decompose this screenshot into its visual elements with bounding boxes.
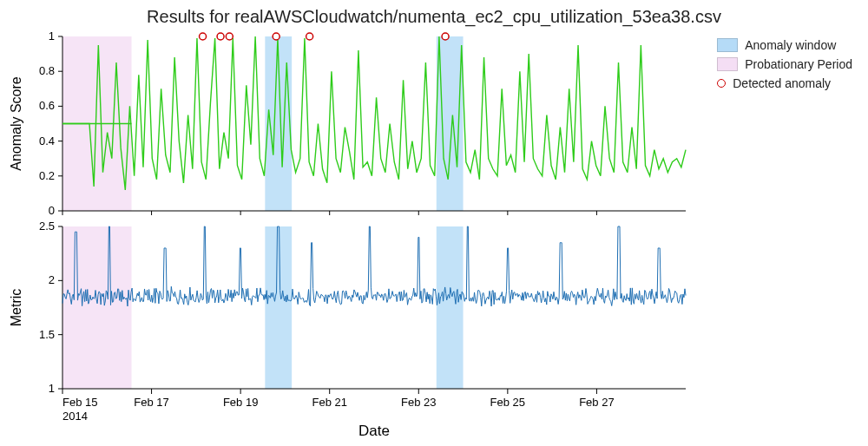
svg-text:0: 0 (49, 204, 55, 217)
svg-point-33 (200, 33, 207, 40)
svg-text:0.6: 0.6 (39, 99, 55, 112)
legend-label: Probationary Period (745, 57, 852, 71)
svg-point-34 (217, 33, 224, 40)
svg-text:0.2: 0.2 (39, 169, 55, 182)
legend: Anomaly window Probationary Period Detec… (717, 38, 852, 95)
svg-text:Feb 23: Feb 23 (401, 396, 436, 409)
svg-point-37 (306, 33, 313, 40)
svg-text:1: 1 (49, 30, 55, 43)
svg-text:Feb 27: Feb 27 (579, 396, 614, 409)
svg-text:Feb 21: Feb 21 (312, 396, 346, 409)
svg-text:Feb 15: Feb 15 (62, 396, 97, 409)
chart-figure: Results for realAWSCloudwatch/numenta_ec… (0, 0, 868, 446)
svg-text:Metric: Metric (9, 289, 23, 327)
svg-text:2.5: 2.5 (39, 220, 55, 233)
svg-rect-20 (437, 226, 464, 389)
legend-label: Anomaly window (745, 38, 836, 52)
svg-rect-19 (265, 226, 292, 389)
svg-text:2: 2 (49, 273, 55, 286)
legend-label: Detected anomaly (733, 76, 831, 90)
svg-text:0.4: 0.4 (39, 134, 55, 148)
svg-text:Feb 19: Feb 19 (223, 396, 258, 409)
svg-point-36 (273, 33, 279, 40)
svg-text:0.8: 0.8 (39, 64, 55, 77)
anomaly-window-swatch (717, 38, 738, 52)
svg-text:Feb 17: Feb 17 (134, 396, 168, 409)
legend-item-anomaly-window: Anomaly window (717, 38, 852, 52)
detected-anomaly-marker-icon (717, 79, 726, 88)
svg-rect-18 (62, 226, 131, 389)
svg-text:1.5: 1.5 (39, 328, 55, 341)
svg-point-35 (226, 33, 233, 40)
svg-text:Anomaly Score: Anomaly Score (9, 76, 23, 171)
legend-item-detected: Detected anomaly (717, 76, 852, 90)
svg-text:Feb 25: Feb 25 (490, 396, 525, 409)
svg-text:2014: 2014 (62, 410, 88, 423)
legend-item-probationary: Probationary Period (717, 57, 852, 71)
probationary-swatch (717, 57, 738, 71)
svg-text:1: 1 (49, 382, 55, 395)
svg-text:Date: Date (358, 423, 390, 439)
svg-point-38 (442, 33, 449, 40)
